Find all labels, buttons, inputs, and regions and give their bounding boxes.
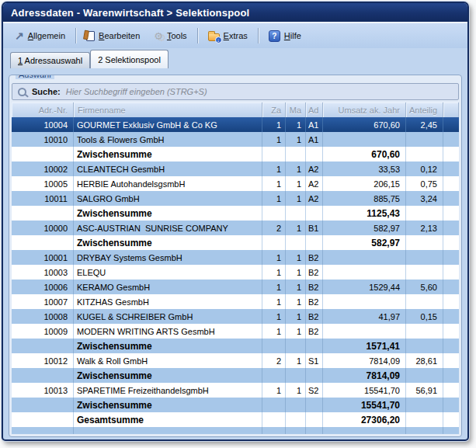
cell-filler: [443, 280, 459, 294]
column-header-adr-nr[interactable]: Adr.-Nr.: [12, 102, 74, 117]
table-row[interactable]: 10002 CLEANTECH GesmbH 1 1 A2 33,53 0,12: [12, 161, 459, 176]
table-row[interactable]: 10012 Walk & Roll GmbH 2 1 S1 7814,09 28…: [12, 353, 459, 368]
cell-umsatz: [323, 250, 406, 265]
cell-umsatz: [323, 294, 406, 309]
cell-umsatz: 27306,20: [323, 412, 406, 427]
menu-allgemein[interactable]: ↗ Allgemein: [8, 28, 72, 43]
table-row[interactable]: 10011 SALGRO GmbH 1 1 A2 885,75 3,24: [12, 191, 459, 206]
table-row[interactable]: 10007 KITZHAS GesmbH 1 1 B2: [12, 294, 459, 309]
cell-anteilig: [406, 206, 443, 221]
tab-adressauswahl[interactable]: 1 Adressauswahl: [10, 52, 90, 68]
cell-ad: [306, 339, 323, 353]
cell-za: 1: [262, 250, 286, 265]
cell-umsatz: 670,60: [323, 147, 406, 161]
cell-nr: 10007: [12, 294, 74, 309]
table-row[interactable]: Zwischensumme 1571,41: [12, 339, 459, 353]
table-row[interactable]: 10004 GOURMET Exklusiv GmbH & Co KG 1 1 …: [12, 117, 459, 132]
table-row[interactable]: 10006 KERAMO GesmbH 1 1 B2 1529,44 5,60: [12, 280, 459, 294]
menu-tools[interactable]: ⚙ Tools: [147, 28, 193, 44]
cell-za: [262, 412, 286, 427]
cell-anteilig: 56,91: [406, 383, 443, 398]
cell-ad: [306, 398, 323, 412]
cell-ma: 1: [286, 353, 306, 368]
cell-name: DRYBAY Systems GesmbH: [74, 250, 262, 265]
search-input[interactable]: Suche: Hier Suchbegriff eingeben (STRG+S…: [12, 83, 459, 100]
cell-ad: B2: [306, 309, 323, 324]
cell-name: SALGRO GmbH: [74, 191, 262, 206]
cell-ma: 1: [286, 191, 306, 206]
cell-ma: 1: [286, 221, 306, 235]
table-row[interactable]: 10005 HERBIE AutohandelsgsmbH 1 1 A2 206…: [12, 176, 459, 191]
table-row[interactable]: Zwischensumme 7814,09: [12, 368, 459, 383]
cell-ma: 1: [286, 132, 306, 147]
menu-allgemein-label: Allgemein: [28, 31, 65, 40]
menu-bearbeiten[interactable]: Bearbeiten: [79, 28, 147, 44]
cell-anteilig: [406, 235, 443, 250]
cell-name: HERBIE AutohandelsgsmbH: [74, 176, 262, 191]
column-header-za[interactable]: Za: [262, 102, 286, 117]
cell-ad: A2: [306, 161, 323, 176]
column-header-firmenname[interactable]: Firmenname: [74, 102, 262, 117]
table-row[interactable]: [12, 427, 459, 434]
table-row[interactable]: Zwischensumme 15541,70: [12, 398, 459, 412]
table-row[interactable]: 10001 DRYBAY Systems GesmbH 1 1 B2: [12, 250, 459, 265]
toolbar-separator: [258, 28, 259, 43]
cell-nr: [12, 427, 74, 434]
cell-umsatz: 1571,41: [323, 339, 406, 353]
cell-ad: B2: [306, 265, 323, 280]
tab-adressauswahl-label: 1 Adressauswahl: [18, 56, 82, 65]
column-header-ad[interactable]: Ad: [306, 102, 323, 117]
table-body: 10004 GOURMET Exklusiv GmbH & Co KG 1 1 …: [12, 117, 459, 434]
cell-umsatz: 582,97: [323, 235, 406, 250]
cell-name: Zwischensumme: [74, 147, 262, 161]
cell-anteilig: 28,61: [406, 353, 443, 368]
cell-name: Zwischensumme: [74, 235, 262, 250]
table-row[interactable]: 10009 MODERN WRITING ARTS GesmbH 1 1 B2: [12, 324, 459, 339]
table-row[interactable]: Zwischensumme 582,97: [12, 235, 459, 250]
cell-name: Tools & Flowers GmbH: [74, 132, 262, 147]
cell-za: 2: [262, 353, 286, 368]
column-header-anteilig[interactable]: Anteilig: [406, 102, 443, 117]
table-row[interactable]: 10003 ELEQU 1 1 B2: [12, 265, 459, 280]
cell-ad: [306, 368, 323, 383]
cell-ma: [286, 368, 306, 383]
cell-anteilig: [406, 294, 443, 309]
menu-hilfe[interactable]: ? Hilfe: [262, 27, 308, 45]
cell-name: Zwischensumme: [74, 206, 262, 221]
cell-filler: [443, 147, 459, 161]
cell-anteilig: 2,45: [406, 117, 443, 132]
table-row[interactable]: Zwischensumme 1125,43: [12, 206, 459, 221]
cell-anteilig: 5,60: [406, 280, 443, 294]
table-row[interactable]: Gesamtsumme 27306,20: [12, 412, 459, 427]
cell-anteilig: [406, 427, 443, 434]
column-header-ma[interactable]: Ma: [286, 102, 306, 117]
table-row[interactable]: 10010 Tools & Flowers GmbH 1 1 A1: [12, 132, 459, 147]
cell-umsatz: 206,15: [323, 176, 406, 191]
cell-za: [262, 235, 286, 250]
cell-filler: [443, 191, 459, 206]
table-row[interactable]: 10013 SPARETIME FreizeithandelsgmbH 1 1 …: [12, 383, 459, 398]
tab-selektionspool[interactable]: 2 Selektionspool: [90, 50, 169, 68]
table-row[interactable]: 10008 KUGEL & SCHREIBER GmbH 1 1 B2 41,9…: [12, 309, 459, 324]
table-row[interactable]: 10000 ASC-AUSTRIAN SUNRISE COMPANY 2 1 B…: [12, 221, 459, 235]
table-row[interactable]: Zwischensumme 670,60: [12, 147, 459, 161]
cell-anteilig: [406, 339, 443, 353]
cell-ad: B1: [306, 221, 323, 235]
edit-clipboard-icon: [86, 31, 95, 41]
cell-filler: [443, 339, 459, 353]
cell-umsatz: 1125,43: [323, 206, 406, 221]
cell-name: MODERN WRITING ARTS GesmbH: [74, 324, 262, 339]
menu-extras-label: Extras: [224, 31, 248, 40]
search-label: Suche:: [32, 87, 61, 96]
cell-filler: [443, 427, 459, 434]
menu-extras[interactable]: ↓ Extras: [201, 28, 255, 44]
cell-za: 1: [262, 280, 286, 294]
cell-name: ELEQU: [74, 265, 262, 280]
cell-ad: [306, 147, 323, 161]
cell-umsatz: [323, 132, 406, 147]
cell-umsatz: 582,97: [323, 221, 406, 235]
cell-anteilig: [406, 250, 443, 265]
cell-filler: [443, 117, 459, 132]
column-header-umsatz[interactable]: Umsatz ak. Jahr: [323, 102, 406, 117]
cell-ma: [286, 398, 306, 412]
